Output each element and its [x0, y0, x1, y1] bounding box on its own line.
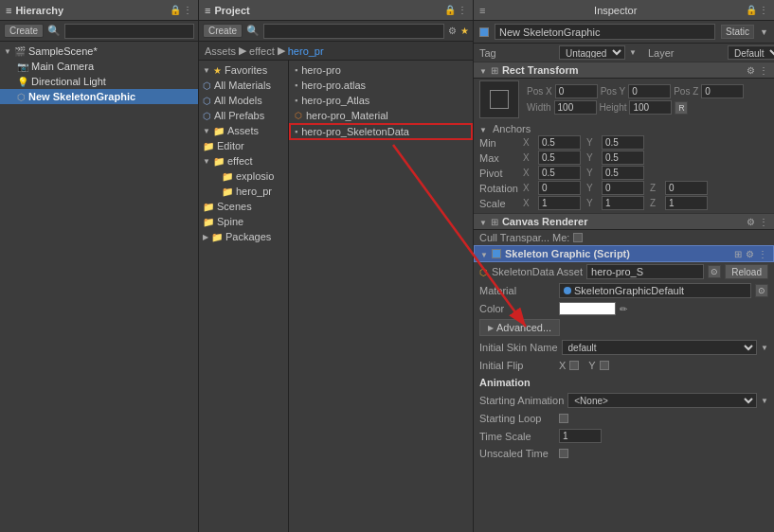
all-models-item[interactable]: ⬡ All Models	[199, 93, 288, 108]
time-scale-row: Time Scale	[474, 427, 774, 445]
canvas-renderer-menu-icon[interactable]: ⋮	[759, 217, 768, 227]
skeletondata-dot-button[interactable]: ⊙	[708, 265, 721, 278]
rot-z-input[interactable]	[665, 181, 708, 195]
flip-y-checkbox[interactable]	[600, 361, 609, 370]
hierarchy-create-button[interactable]: Create	[4, 24, 44, 38]
project-create-button[interactable]: Create	[203, 24, 243, 38]
favorites-header[interactable]: Favorites	[199, 62, 288, 78]
material-dot-button[interactable]: ⊙	[755, 284, 768, 297]
skeleton-graphic-icon1[interactable]: ⊞	[734, 249, 742, 259]
all-materials-icon: ⬡	[203, 80, 211, 91]
all-materials-item[interactable]: ⬡ All Materials	[199, 78, 288, 93]
file-hero-pro[interactable]: ▪ hero-pro	[289, 62, 473, 78]
effect-item[interactable]: 📁 effect	[199, 153, 288, 168]
editor-item[interactable]: 📁 Editor	[199, 138, 288, 153]
rot-y-input[interactable]	[602, 181, 644, 195]
width-input[interactable]	[554, 100, 597, 115]
scale-z-input[interactable]	[665, 196, 708, 210]
file-hero-pro-material[interactable]: ⬡ hero-pro_Material	[289, 108, 473, 123]
file-hero-pro-skeletondata[interactable]: ▪ hero-pro_SkeletonData	[289, 123, 473, 140]
pos-x-input[interactable]	[555, 84, 598, 98]
hero-pro-Atlas-label: hero-pro_Atlas	[301, 95, 369, 106]
canvas-renderer-header[interactable]: ⊞ Canvas Renderer ⚙ ⋮	[474, 213, 774, 230]
gameobj-active-checkbox[interactable]	[479, 27, 489, 37]
gameobj-name-input[interactable]	[495, 24, 715, 40]
hero-pro-skeletondata-label: hero-pro_SkeletonData	[301, 126, 409, 137]
spine-folder-icon: 📁	[203, 217, 214, 227]
static-button[interactable]: Static	[721, 25, 754, 39]
tag-select[interactable]: Untagged	[559, 45, 625, 60]
scenes-folder-icon: 📁	[203, 202, 214, 212]
file-hero-pro-Atlas[interactable]: ▪ hero-pro_Atlas	[289, 93, 473, 108]
anchors-max-y-input[interactable]	[602, 151, 644, 165]
static-dropdown-icon[interactable]: ▼	[760, 27, 768, 37]
flip-x-checkbox[interactable]	[569, 361, 579, 370]
color-swatch[interactable]	[559, 302, 616, 315]
starting-loop-checkbox[interactable]	[559, 414, 568, 423]
project-search-icon: 🔍	[246, 25, 260, 37]
rect-transform-header[interactable]: ⊞ Rect Transform ⚙ ⋮	[474, 62, 774, 79]
pivot-y-input[interactable]	[602, 166, 644, 180]
inspector-controls: 🔒 ⋮	[746, 5, 768, 15]
anchors-min-y-input[interactable]	[602, 135, 644, 150]
explosio-item[interactable]: 📁 explosio	[199, 168, 288, 184]
packages-label: Packages	[225, 231, 271, 242]
anchors-max-row: Max X Y	[479, 151, 768, 165]
anchors-max-x-input[interactable]	[538, 151, 581, 165]
material-value: SkeletonGraphicDefault	[574, 285, 684, 296]
spine-item[interactable]: 📁 Spine	[199, 214, 288, 229]
starting-anim-select[interactable]: <None>	[567, 393, 757, 408]
pos-z-input[interactable]	[701, 84, 744, 98]
hierarchy-search-input[interactable]	[64, 24, 194, 39]
breadcrumb-hero: hero_pr	[288, 45, 324, 57]
skeletondata-ref[interactable]: hero-pro_S	[586, 264, 704, 279]
scene-label: SampleScene*	[28, 45, 98, 57]
pos-row: Pos X Pos Y Pos Z Width Height R	[474, 79, 774, 120]
height-input[interactable]	[629, 100, 672, 115]
reload-button[interactable]: Reload	[725, 264, 768, 279]
unscaled-time-checkbox[interactable]	[559, 449, 568, 458]
cull-checkbox[interactable]	[573, 233, 583, 242]
rect-transform-gear-icon[interactable]: ⚙	[747, 65, 755, 76]
favorites-star-icon	[213, 64, 222, 76]
project-breadcrumb: Assets ▶ effect ▶ hero_pr	[199, 42, 473, 61]
project-search-input[interactable]	[263, 24, 444, 39]
skeleton-graphic-menu-icon[interactable]: ⋮	[758, 249, 767, 259]
rot-x-input[interactable]	[538, 181, 581, 195]
assets-header[interactable]: 📁 Assets	[199, 123, 288, 138]
canvas-renderer-gear-icon[interactable]: ⚙	[747, 217, 755, 227]
constrain-btn[interactable]: R	[675, 101, 688, 115]
editor-label: Editor	[217, 140, 244, 151]
anchors-min-x-input[interactable]	[538, 135, 581, 150]
skeleton-graphic-header[interactable]: Skeleton Graphic (Script) ⊞ ⚙ ⋮	[474, 245, 774, 262]
all-prefabs-item[interactable]: ⬡ All Prefabs	[199, 108, 288, 123]
scale-y-input[interactable]	[602, 196, 644, 210]
pivot-x-input[interactable]	[538, 166, 581, 180]
time-scale-input[interactable]	[559, 429, 602, 443]
light-icon: 💡	[17, 77, 28, 87]
packages-item[interactable]: 📁 Packages	[199, 229, 288, 244]
advanced-button[interactable]: Advanced...	[479, 319, 560, 336]
pos-y-input[interactable]	[628, 84, 671, 98]
scale-x-input[interactable]	[538, 196, 581, 210]
hero-pr-item[interactable]: 📁 hero_pr	[199, 184, 288, 199]
hierarchy-item-skeleton-graphic[interactable]: ⬡ New SkeletonGraphic	[0, 89, 198, 104]
scene-root-item[interactable]: 🎬 SampleScene*	[0, 44, 198, 59]
color-picker-icon[interactable]: ✏	[620, 304, 627, 314]
hierarchy-item-main-camera[interactable]: 📷 Main Camera	[0, 59, 198, 74]
rect-transform-menu-icon[interactable]: ⋮	[759, 65, 768, 76]
material-ref[interactable]: SkeletonGraphicDefault	[559, 283, 751, 298]
scenes-item[interactable]: 📁 Scenes	[199, 199, 288, 214]
initial-skin-select[interactable]: default	[562, 340, 758, 355]
starting-loop-label: Starting Loop	[479, 413, 555, 424]
file-hero-pro-atlas[interactable]: ▪ hero-pro.atlas	[289, 78, 473, 93]
skeleton-graphic-active-checkbox[interactable]	[492, 249, 501, 258]
effect-expand-icon	[203, 157, 210, 166]
initial-flip-row: Initial Flip X Y	[474, 357, 774, 374]
favorites-label: Favorites	[225, 64, 267, 76]
skeleton-graphic-gear-icon[interactable]: ⚙	[746, 249, 754, 259]
hierarchy-item-directional-light[interactable]: 💡 Directional Light	[0, 74, 198, 89]
anchors-section: Anchors Min X Y Max X Y Pivot	[474, 120, 774, 213]
layer-select[interactable]: Default	[728, 45, 774, 60]
inspector-header: ≡ Inspector 🔒 ⋮	[474, 0, 774, 21]
